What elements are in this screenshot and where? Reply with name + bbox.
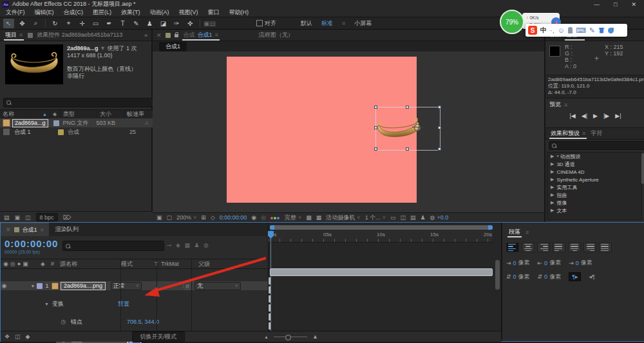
comp-row-name[interactable]: 合成 1 (14, 128, 52, 136)
eraser-tool-icon[interactable]: ◪ (158, 19, 169, 28)
sort-asc-icon[interactable]: ▲ (43, 112, 47, 116)
snap-align-toggle[interactable]: 对齐 (256, 19, 276, 28)
selection-handle[interactable] (374, 126, 377, 129)
sogou-input-toolbar[interactable]: S 中 ·, ☺ ⌨ ✎ (526, 24, 627, 37)
panel-menu-icon[interactable]: ≡ (582, 130, 585, 136)
panel-menu-icon[interactable]: ≡ (215, 32, 218, 38)
workspace-menu-icon[interactable]: ≡ (342, 20, 345, 26)
panel-menu-icon[interactable]: ≡ (564, 102, 567, 108)
footage-caret-icon[interactable]: ▼ (100, 45, 106, 51)
roto-brush-tool-icon[interactable]: ✑ (171, 19, 182, 28)
stamp-tool-icon[interactable]: ♟ (144, 19, 155, 28)
effect-category[interactable]: ▶扭曲 (547, 191, 641, 199)
magnification-dropdown[interactable]: 200%˅ (176, 214, 196, 221)
layer-row[interactable]: ◉ ▼ 1 2ad869a....png 正常˅ @ 无˅ (1, 281, 268, 290)
breadcrumb[interactable]: 合成1 (159, 42, 187, 51)
justify-last-center-button[interactable] (568, 243, 581, 252)
maximize-button[interactable]: □ (614, 1, 617, 8)
sogou-logo-icon[interactable]: S (528, 26, 537, 35)
menu-window[interactable]: 窗口 (208, 8, 220, 17)
zoom-in-mountain-icon[interactable]: ▲ (312, 333, 318, 340)
expand-inout-icon[interactable]: ◆ (26, 333, 30, 340)
tab-paragraph[interactable]: 段落 (507, 227, 522, 237)
row-label-color[interactable] (58, 129, 64, 135)
indent-left-field[interactable]: ⇥0像素 (506, 259, 530, 267)
justify-last-left-button[interactable] (553, 243, 565, 252)
current-timecode[interactable]: 0:00:00:00 (5, 238, 58, 249)
column-parent[interactable]: 父级 (198, 260, 210, 268)
zoom-tool-icon[interactable]: ⌕ (30, 19, 41, 28)
tab-close-icon[interactable]: ✕ (156, 32, 162, 39)
tab-timeline-comp[interactable]: ✕ 合成1 ≡ (1, 223, 49, 236)
input-mode-icon[interactable]: 中 (540, 26, 547, 35)
toggle-switches-modes-button[interactable]: 切换开关/模式 (132, 331, 185, 342)
time-ruler[interactable]: 0s 05s 10s 15s 20s (269, 230, 493, 243)
skin-shirt-icon[interactable] (598, 28, 605, 33)
first-frame-button[interactable]: |◀ (570, 113, 576, 119)
effect-category[interactable]: ▶文本 (547, 207, 641, 214)
anchor-point-indicator[interactable] (414, 124, 421, 131)
effects-search-input[interactable] (549, 141, 644, 150)
handwriting-icon[interactable]: ✎ (589, 26, 595, 35)
indent-right-field[interactable]: ⇤0像素 (538, 259, 562, 267)
align-checkbox[interactable] (256, 20, 263, 26)
snapshot-icon[interactable]: ◉ (251, 214, 256, 221)
selection-handle[interactable] (438, 126, 441, 129)
more-tabs-chevron[interactable]: » (144, 32, 147, 39)
selection-handle[interactable] (406, 147, 409, 151)
interpret-footage-icon[interactable]: ▤ (4, 214, 10, 221)
rotation-tool-icon[interactable]: ↻ (50, 19, 61, 28)
close-button[interactable]: ✕ (631, 1, 636, 8)
project-search-input[interactable] (3, 98, 155, 107)
lock-icon[interactable] (175, 34, 178, 37)
parent-dropdown[interactable]: 无˅ (194, 282, 241, 290)
preview-panel-title[interactable]: 预览 (549, 100, 561, 109)
timeline-vertical-scrollbar[interactable] (495, 260, 500, 290)
camera-tool-icon[interactable]: ⌖ (63, 19, 74, 28)
layer-name[interactable]: 2ad869a....png (61, 282, 106, 290)
blend-mode-dropdown[interactable]: 正常˅ (111, 282, 142, 290)
minimize-button[interactable]: — (594, 1, 600, 8)
column-source-name[interactable]: 源名称 (60, 260, 121, 268)
timeline-button-icon[interactable]: ▤ (410, 214, 416, 221)
rtl-direction-button[interactable]: ◂¶ (589, 273, 594, 280)
work-area-end-handle[interactable] (488, 225, 493, 230)
work-area-bar[interactable] (270, 225, 493, 230)
pan-behind-tool-icon[interactable]: ✛ (77, 19, 88, 28)
align-left-button[interactable] (506, 243, 519, 252)
tab-flowchart[interactable]: 流程图（无） (259, 31, 294, 39)
effect-category[interactable]: ▶实用工具 (547, 183, 641, 191)
last-frame-button[interactable]: ▶| (615, 113, 621, 119)
effect-category[interactable]: ▶* 动画预设 (547, 153, 641, 160)
menu-animation[interactable]: 动画(A) (150, 8, 169, 17)
pixel-aspect-icon[interactable]: ▭ (390, 214, 396, 221)
panel-menu-icon[interactable]: ≡ (526, 229, 529, 236)
justify-last-right-button[interactable] (583, 243, 596, 252)
puppet-tool-icon[interactable]: ✜ (185, 19, 196, 28)
footage-thumbnail[interactable] (5, 44, 63, 84)
tab-composition[interactable]: 合成 合成1 ≡ (182, 30, 220, 41)
punctuation-icon[interactable]: ·, (550, 26, 554, 34)
selection-handle[interactable] (374, 147, 377, 151)
delete-icon[interactable]: ⌦ (63, 214, 71, 221)
viewer-timecode[interactable]: 0:00:00:00 (220, 214, 247, 221)
column-mode[interactable]: 模式 (121, 260, 155, 268)
next-frame-button[interactable]: |▶ (603, 113, 609, 119)
effect-category[interactable]: ▶抠像 (547, 199, 641, 207)
transform-group-label[interactable]: 变换 (52, 300, 64, 308)
selection-handle[interactable] (374, 106, 377, 109)
ltr-direction-button[interactable]: ¶▸ (569, 272, 581, 281)
tab-character[interactable]: 字符 (591, 129, 602, 138)
transparency-grid-icon[interactable]: ▦ (316, 214, 322, 221)
column-size[interactable]: 大小 (97, 110, 124, 118)
selection-handle[interactable] (438, 147, 441, 151)
cpu-usage-badge[interactable]: 79% (500, 10, 524, 34)
new-comp-icon[interactable]: ◫ (25, 214, 31, 221)
tab-project[interactable]: 项目≡ (4, 30, 24, 41)
timeline-search-input[interactable] (62, 241, 164, 251)
selection-handle[interactable] (438, 106, 441, 109)
menu-view[interactable]: 视图(V) (179, 8, 198, 17)
exposure-control[interactable]: ◍+0.0 (430, 214, 449, 221)
align-center-button[interactable] (522, 243, 535, 252)
zoom-out-mountain-icon[interactable]: ▲ (264, 335, 269, 339)
